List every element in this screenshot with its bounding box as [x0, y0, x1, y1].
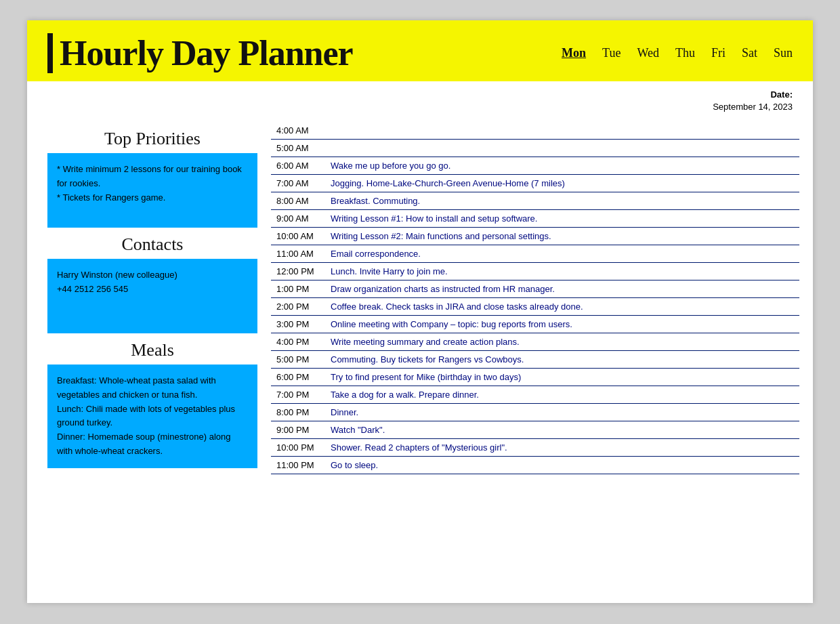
schedule-time: 10:00 PM [271, 439, 325, 457]
meals-content: Breakfast: Whole-wheat pasta salad with … [57, 375, 235, 456]
schedule-task: Watch "Dark". [325, 421, 799, 439]
schedule-row: 2:00 PMCoffee break. Check tasks in JIRA… [271, 298, 799, 316]
schedule-row: 9:00 AMWriting Lesson #1: How to install… [271, 210, 799, 228]
schedule-row: 5:00 PMCommuting. Buy tickets for Ranger… [271, 351, 799, 369]
schedule-time: 6:00 AM [271, 157, 325, 175]
schedule-time: 9:00 PM [271, 421, 325, 439]
header: Hourly Day Planner Mon Tue Wed Thu Fri S… [27, 20, 813, 81]
schedule-task: Shower. Read 2 chapters of "Mysterious g… [325, 439, 799, 457]
date-bar: Date: September 14, 2023 [27, 81, 813, 115]
left-panel: Top Priorities * Write minimum 2 lessons… [47, 122, 257, 474]
day-wed[interactable]: Wed [637, 46, 659, 60]
schedule-time: 9:00 AM [271, 210, 325, 228]
schedule-time: 1:00 PM [271, 280, 325, 298]
schedule-task: Writing Lesson #2: Main functions and pe… [325, 228, 799, 245]
schedule-time: 5:00 AM [271, 140, 325, 157]
schedule-task: Coffee break. Check tasks in JIRA and cl… [325, 298, 799, 316]
schedule-task: Commuting. Buy tickets for Rangers vs Co… [325, 351, 799, 369]
schedule-time: 10:00 AM [271, 228, 325, 245]
schedule-task: Lunch. Invite Harry to join me. [325, 263, 799, 280]
schedule-row: 5:00 AM [271, 140, 799, 157]
schedule-task: Write meeting summary and create action … [325, 333, 799, 351]
page-title: Hourly Day Planner [47, 33, 353, 73]
schedule-time: 12:00 PM [271, 263, 325, 280]
schedule-time: 11:00 PM [271, 457, 325, 474]
schedule-task: Draw organization charts as instructed f… [325, 280, 799, 298]
schedule-panel: 4:00 AM5:00 AM6:00 AMWake me up before y… [271, 122, 799, 474]
schedule-row: 9:00 PMWatch "Dark". [271, 421, 799, 439]
schedule-task: Breakfast. Commuting. [325, 192, 799, 210]
meals-box: Breakfast: Whole-wheat pasta salad with … [47, 365, 257, 468]
schedule-row: 3:00 PMOnline meeting with Company – top… [271, 316, 799, 333]
schedule-row: 7:00 PMTake a dog for a walk. Prepare di… [271, 386, 799, 404]
date-value: September 14, 2023 [713, 102, 793, 112]
priorities-title: Top Priorities [47, 129, 257, 149]
schedule-row: 10:00 AMWriting Lesson #2: Main function… [271, 228, 799, 245]
schedule-row: 10:00 PMShower. Read 2 chapters of "Myst… [271, 439, 799, 457]
schedule-time: 6:00 PM [271, 369, 325, 386]
schedule-table: 4:00 AM5:00 AM6:00 AMWake me up before y… [271, 122, 799, 474]
schedule-task [325, 140, 799, 157]
schedule-time: 8:00 PM [271, 404, 325, 421]
day-tue[interactable]: Tue [602, 46, 621, 60]
schedule-row: 8:00 AMBreakfast. Commuting. [271, 192, 799, 210]
schedule-time: 3:00 PM [271, 316, 325, 333]
priorities-content: * Write minimum 2 lessons for our traini… [57, 164, 242, 203]
schedule-task: Wake me up before you go go. [325, 157, 799, 175]
schedule-time: 11:00 AM [271, 245, 325, 263]
meals-title: Meals [47, 340, 257, 360]
date-label: Date: [770, 89, 793, 100]
schedule-time: 8:00 AM [271, 192, 325, 210]
schedule-row: 4:00 AM [271, 122, 799, 140]
day-sat[interactable]: Sat [742, 46, 757, 60]
day-thu[interactable]: Thu [675, 46, 695, 60]
schedule-time: 4:00 AM [271, 122, 325, 140]
schedule-task [325, 122, 799, 140]
day-fri[interactable]: Fri [711, 46, 726, 60]
schedule-row: 7:00 AMJogging. Home-Lake-Church-Green A… [271, 175, 799, 192]
priorities-box: * Write minimum 2 lessons for our traini… [47, 153, 257, 228]
schedule-time: 7:00 AM [271, 175, 325, 192]
day-navigation: Mon Tue Wed Thu Fri Sat Sun [562, 46, 793, 60]
schedule-row: 4:00 PMWrite meeting summary and create … [271, 333, 799, 351]
schedule-row: 11:00 AMEmail correspondence. [271, 245, 799, 263]
schedule-row: 6:00 PMTry to find present for Mike (bir… [271, 369, 799, 386]
schedule-task: Dinner. [325, 404, 799, 421]
schedule-task: Try to find present for Mike (birthday i… [325, 369, 799, 386]
schedule-row: 6:00 AMWake me up before you go go. [271, 157, 799, 175]
schedule-task: Writing Lesson #1: How to install and se… [325, 210, 799, 228]
schedule-time: 4:00 PM [271, 333, 325, 351]
contacts-content: Harry Winston (new colleague) +44 2512 2… [57, 270, 177, 294]
page: Hourly Day Planner Mon Tue Wed Thu Fri S… [27, 20, 813, 603]
schedule-task: Online meeting with Company – topic: bug… [325, 316, 799, 333]
schedule-task: Take a dog for a walk. Prepare dinner. [325, 386, 799, 404]
schedule-time: 5:00 PM [271, 351, 325, 369]
schedule-task: Jogging. Home-Lake-Church-Green Avenue-H… [325, 175, 799, 192]
day-sun[interactable]: Sun [774, 46, 793, 60]
schedule-row: 11:00 PMGo to sleep. [271, 457, 799, 474]
day-mon[interactable]: Mon [562, 46, 586, 60]
schedule-task: Go to sleep. [325, 457, 799, 474]
schedule-time: 7:00 PM [271, 386, 325, 404]
schedule-time: 2:00 PM [271, 298, 325, 316]
schedule-task: Email correspondence. [325, 245, 799, 263]
contacts-box: Harry Winston (new colleague) +44 2512 2… [47, 259, 257, 333]
schedule-row: 12:00 PMLunch. Invite Harry to join me. [271, 263, 799, 280]
schedule-row: 1:00 PMDraw organization charts as instr… [271, 280, 799, 298]
schedule-row: 8:00 PMDinner. [271, 404, 799, 421]
contacts-title: Contacts [47, 234, 257, 255]
main-content: Top Priorities * Write minimum 2 lessons… [27, 115, 813, 488]
